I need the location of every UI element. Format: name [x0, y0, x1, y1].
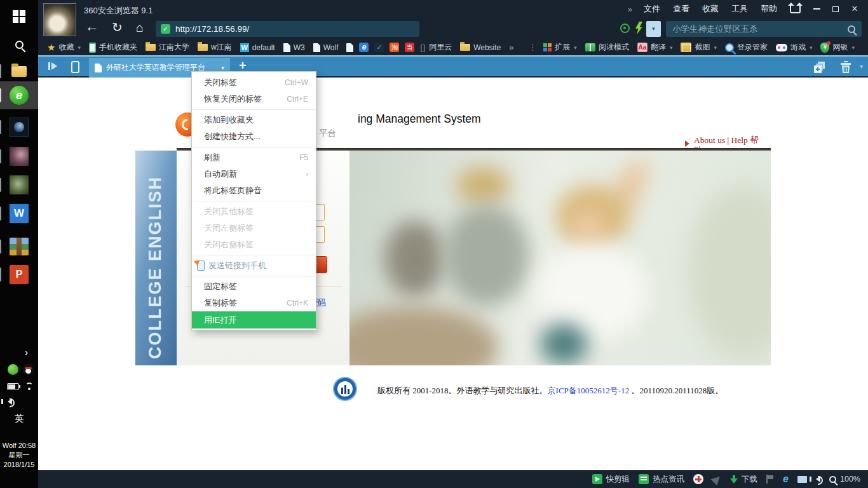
toolbar-label: 扩展 [555, 42, 570, 53]
window-title: 360安全浏览器 9.1 [84, 5, 153, 17]
bookmark-ie-site[interactable]: e [359, 43, 369, 52]
reading-list-icon[interactable] [48, 62, 57, 70]
menu-item-auto-refresh[interactable]: 自动刷新› [192, 166, 316, 182]
bookmark-favorites-root[interactable]: ★收藏▾ [47, 42, 81, 53]
menu-item-refresh[interactable]: 刷新F5 [192, 149, 316, 166]
bookmark-w3[interactable]: W3 [283, 43, 305, 52]
download-button[interactable]: 下载 [730, 474, 757, 485]
bookmark-check-site[interactable]: ✓ [374, 43, 384, 52]
toolbar-reading-mode[interactable]: 阅读模式 [585, 42, 629, 53]
menu-item-create-shortcut[interactable]: 创建快捷方式... [192, 128, 316, 145]
bookmark-dangdang[interactable]: 当 [405, 43, 414, 52]
folder-icon [460, 44, 470, 51]
trash-icon[interactable] [840, 60, 851, 76]
taskbar-app-dark[interactable] [0, 114, 38, 140]
close-button[interactable]: × [845, 1, 864, 17]
toolbar-extensions[interactable]: 扩展▾ [543, 42, 577, 53]
taskbar-file-explorer[interactable] [0, 58, 38, 84]
menu-item-send-link-to-phone[interactable]: 发送链接到手机 [192, 257, 316, 274]
address-bar[interactable]: ✓ [156, 21, 419, 37]
url-input[interactable] [175, 24, 414, 34]
restore-button[interactable] [826, 1, 845, 17]
bookmark-default[interactable]: Wdefault [240, 43, 275, 52]
zoom-control[interactable]: 100% [829, 475, 860, 484]
bookmark-aliyun[interactable]: []阿里云 [420, 42, 452, 53]
bookmark-wolf[interactable]: Wolf [313, 43, 339, 52]
toolbar-translate[interactable]: Aa翻译▾ [637, 42, 673, 53]
toolbar-screenshot[interactable]: 截图▾ [681, 42, 717, 53]
toolbar-games[interactable]: 游戏▾ [776, 42, 813, 53]
menu-item-close-right-tabs-disabled[interactable]: 关闭右侧标签 [192, 236, 316, 253]
taskbar-word[interactable]: W [0, 201, 38, 226]
menu-item-close-other-tabs-disabled[interactable]: 关闭其他标签 [192, 203, 316, 220]
menu-view[interactable]: 查看 [667, 3, 696, 15]
tray-360-icon[interactable] [8, 364, 18, 375]
menu-item-close-left-tabs-disabled[interactable]: 关闭左侧标签 [192, 220, 316, 236]
minimize-button[interactable] [807, 1, 826, 17]
menu-favorites[interactable]: 收藏 [696, 3, 725, 15]
wifi-icon[interactable] [24, 382, 35, 390]
taskbar-clock[interactable]: Wolf 20:58 星期一 2018/1/15 [0, 441, 38, 470]
battery-icon[interactable] [7, 383, 19, 390]
search-icon[interactable] [848, 25, 855, 33]
volume-icon[interactable] [8, 398, 12, 405]
bookmark-untitled-page[interactable] [346, 43, 353, 52]
toolbar-online-banking[interactable]: ¥网银▾ [820, 42, 855, 53]
tray-expand-button[interactable]: › [0, 346, 38, 360]
bookmark-folder-jiangnan-univ[interactable]: 江南大学 [146, 42, 189, 53]
windows-tile-button[interactable] [797, 476, 807, 483]
bookmark-mobile-favorites[interactable]: 手机收藏夹 [89, 42, 137, 53]
taskbar-photo-app-2[interactable] [0, 172, 38, 198]
menu-item-open-with-ie-highlighted[interactable]: 用IE打开 [192, 311, 316, 329]
taskbar-photo-app-1[interactable] [0, 144, 38, 169]
user-avatar[interactable] [43, 3, 76, 36]
menu-help[interactable]: 帮助 [754, 3, 783, 15]
hot-news-button[interactable]: 热点资讯 [639, 474, 684, 485]
taskbar-winrar[interactable] [0, 233, 38, 261]
menubar-overflow-icon[interactable]: » [623, 4, 637, 14]
quick-clip-button[interactable]: 快剪辑 [592, 474, 630, 485]
winrar-icon [10, 238, 29, 255]
speed-lightning-icon[interactable] [635, 22, 642, 34]
about-us-help-line1[interactable]: About us | Help 帮 [694, 135, 759, 145]
flag-button[interactable] [766, 475, 774, 484]
taskbar-search-button[interactable] [0, 32, 38, 57]
input-language-indicator[interactable]: 英 [0, 413, 38, 424]
back-button[interactable]: ← [85, 20, 99, 33]
screenshot-shutter-icon[interactable] [620, 24, 630, 33]
menu-file[interactable]: 文件 [637, 3, 667, 15]
menu-tools[interactable]: 工具 [725, 3, 754, 15]
menu-item-restore-closed-tab[interactable]: 恢复关闭的标签Ctrl+E [192, 91, 316, 107]
ie-compat-button[interactable]: e [783, 475, 789, 484]
search-input[interactable] [672, 24, 843, 34]
reload-button[interactable]: ↻ [112, 21, 123, 34]
bookmarks-overflow-button[interactable]: » [509, 43, 513, 52]
address-dropdown-button[interactable]: ▼ [646, 21, 661, 37]
icp-license-link[interactable]: 京ICP备10052612号-12 [548, 386, 630, 395]
w-badge-icon: W [240, 43, 249, 52]
toolbar-login-manager[interactable]: 登录管家 [725, 42, 768, 53]
boost-button-disabled[interactable] [712, 475, 721, 484]
mute-page-button[interactable] [816, 476, 820, 482]
taskbar-powerpoint[interactable]: P [0, 262, 38, 287]
menu-item-add-to-favorites[interactable]: 添加到收藏夹 [192, 112, 316, 128]
search-box[interactable] [666, 21, 862, 37]
start-button[interactable] [0, 4, 38, 29]
tray-qq-icon[interactable] [23, 363, 34, 375]
menu-item-pin-tab[interactable]: 固定标签 [192, 278, 316, 295]
bookmark-taobao[interactable]: 淘 [390, 43, 399, 52]
home-button[interactable]: ⌂ [136, 21, 144, 34]
medical-kit-button[interactable] [693, 474, 703, 484]
menu-item-close-tab[interactable]: 关闭标签Ctrl+W [192, 74, 316, 91]
theme-skin-icon[interactable] [790, 5, 801, 13]
restore-tabs-icon[interactable] [813, 61, 827, 76]
menu-item-duplicate-tab[interactable]: 复制标签Ctrl+K [192, 295, 316, 311]
tab-list-chevron-icon[interactable]: ▾ [860, 63, 863, 70]
bookmark-folder-website[interactable]: Website [460, 43, 501, 52]
bookmark-folder-wjiangnan[interactable]: w江南 [198, 42, 232, 53]
site-safety-shield-icon[interactable]: ✓ [161, 24, 170, 34]
taskbar-360-browser-active[interactable]: e [0, 81, 38, 109]
menu-item-mute-tab[interactable]: 将此标签页静音 [192, 182, 316, 199]
send-to-phone-icon[interactable] [71, 61, 79, 73]
tab-chevron-icon[interactable]: ▾ [221, 64, 224, 71]
